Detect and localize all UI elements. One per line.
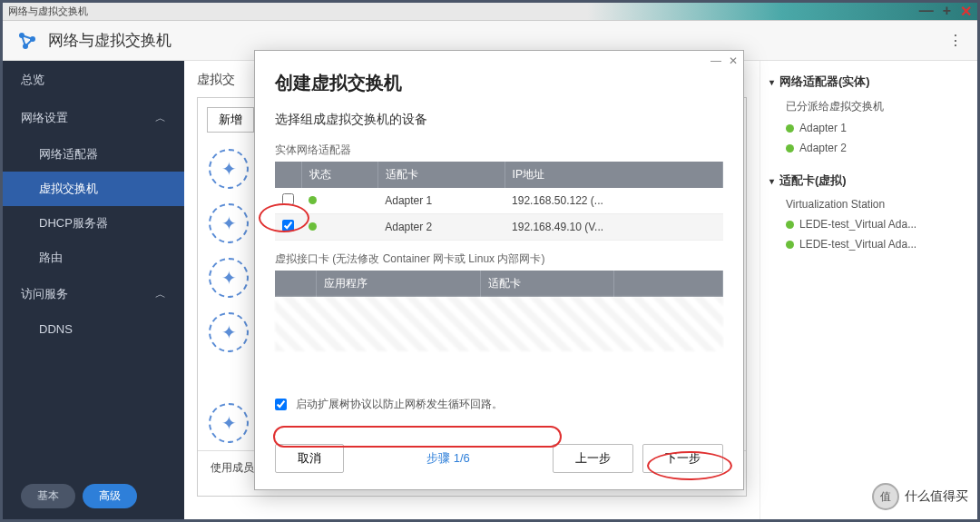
window-controls: — + ✕ [919,3,972,20]
col-adapter: 适配卡 [480,271,613,297]
col-adapter: 适配卡 [377,162,505,188]
stp-checkbox[interactable] [275,399,287,410]
cell-ip: 192.168.50.122 (... [505,188,722,214]
sidebar-mode-toggle: 基本 高级 [3,473,184,519]
sidebar-item-route[interactable]: 路由 [3,241,184,275]
maximize-icon[interactable]: + [943,3,951,20]
sidebar-item-adapter[interactable]: 网络适配器 [3,137,184,172]
close-icon[interactable]: ✕ [960,3,972,20]
rp-physical-subhead: 已分派给虚拟交换机 [769,95,968,118]
col-status: 状态 [301,162,377,188]
network-icon: ✦ [209,258,249,298]
dialog-title: 创建虚拟交换机 [275,71,723,95]
network-icon: ✦ [209,403,249,443]
app-title: 网络与虚拟交换机 [48,30,172,51]
rp-vadapter-item[interactable]: LEDE-test_Virtual Ada... [769,214,968,234]
triangle-down-icon: ▾ [769,176,774,186]
table-row[interactable]: Adapter 1 192.168.50.122 (... [275,188,723,214]
phys-adapter-table: 状态 适配卡 IP地址 Adapter 1 192.168.50.122 (..… [275,162,723,241]
col-ip: IP地址 [505,162,722,188]
dialog-close-icon[interactable]: ✕ [729,54,738,67]
app-logo-icon [15,29,39,53]
sidebar-item-network-settings[interactable]: 网络设置︿ [3,99,184,137]
network-icon: ✦ [209,149,249,189]
minimize-icon[interactable]: — [919,3,934,20]
step-indicator: 步骤 1/6 [426,450,470,467]
network-icon: ✦ [209,312,249,352]
triangle-down-icon: ▾ [769,77,774,87]
stp-option-row: 启动扩展树协议以防止网桥发生循环回路。 [275,397,723,412]
rp-adapter-item[interactable]: Adapter 2 [769,138,968,158]
chevron-up-icon: ︿ [155,287,166,302]
watermark-badge-icon: 值 [872,483,899,510]
watermark: 值 什么值得买 [872,483,968,510]
rp-virtual-subhead: Virtualization Station [769,194,968,214]
prev-button[interactable]: 上一步 [553,444,633,473]
network-icon: ✦ [209,203,249,243]
row-checkbox[interactable] [282,220,294,231]
virt-adapter-label: 虚拟接口卡 (无法修改 Container 网卡或 Linux 内部网卡) [275,251,723,267]
sidebar: 总览 网络设置︿ 网络适配器 虚拟交换机 DHCP服务器 路由 访问服务︿ DD… [3,61,184,519]
status-dot-icon [786,144,794,153]
rp-vadapter-item[interactable]: LEDE-test_Virtual Ada... [769,234,968,254]
cell-adapter: Adapter 1 [377,188,505,214]
dialog-subtitle: 选择组成虚拟交换机的设备 [275,112,723,128]
watermark-text: 什么值得买 [905,488,968,505]
add-button[interactable]: 新增 [207,107,254,133]
cancel-button[interactable]: 取消 [275,444,344,473]
window-titlebar: 网络与虚拟交换机 — + ✕ [3,3,977,21]
col-checkbox [275,162,301,188]
sidebar-item-overview[interactable]: 总览 [3,61,184,99]
mode-basic-button[interactable]: 基本 [21,484,75,508]
dialog-titlebar: — ✕ [255,51,743,71]
window-title: 网络与虚拟交换机 [8,5,88,18]
dialog-minimize-icon[interactable]: — [710,54,721,67]
cell-adapter: Adapter 2 [377,214,505,241]
create-vswitch-dialog: — ✕ 创建虚拟交换机 选择组成虚拟交换机的设备 实体网络适配器 状态 适配卡 … [254,50,744,490]
row-checkbox[interactable] [282,193,294,205]
sidebar-item-ddns[interactable]: DDNS [3,313,184,345]
dialog-footer: 取消 步骤 1/6 上一步 下一步 [255,435,743,489]
members-label: 使用成员: [211,461,257,474]
phys-adapter-label: 实体网络适配器 [275,143,723,158]
cell-ip: 192.168.49.10 (V... [505,214,722,241]
col-app: 应用程序 [317,271,481,297]
status-dot-icon [309,196,317,204]
rp-adapter-item[interactable]: Adapter 1 [769,118,968,138]
status-dot-icon [786,124,794,133]
virt-adapter-table: 应用程序 适配卡 [275,271,723,297]
sidebar-item-vswitch[interactable]: 虚拟交换机 [3,172,184,206]
table-row[interactable]: Adapter 2 192.168.49.10 (V... [275,214,723,241]
right-panel: ▾网络适配器(实体) 已分派给虚拟交换机 Adapter 1 Adapter 2… [760,61,977,519]
status-dot-icon [786,221,794,229]
rp-virtual-header[interactable]: ▾适配卡(虚拟) [769,172,968,189]
status-dot-icon [309,222,317,231]
mode-advanced-button[interactable]: 高级 [83,484,137,508]
rp-physical-header[interactable]: ▾网络适配器(实体) [769,74,968,90]
virt-table-body-redacted [275,297,723,351]
next-button[interactable]: 下一步 [642,444,723,473]
stp-label: 启动扩展树协议以防止网桥发生循环回路。 [296,397,503,412]
chevron-up-icon: ︿ [155,111,166,126]
sidebar-item-access[interactable]: 访问服务︿ [3,275,184,313]
col-checkbox [275,271,317,297]
status-dot-icon [786,241,794,249]
sidebar-item-dhcp[interactable]: DHCP服务器 [3,206,184,241]
more-menu-icon[interactable]: ⋮ [948,32,965,49]
